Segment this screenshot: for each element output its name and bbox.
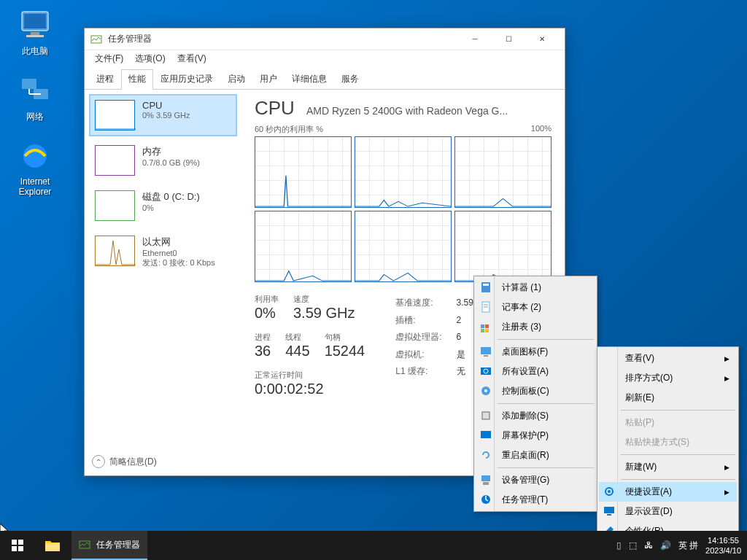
ctx-quick-settings[interactable]: 便捷设置(A)▶: [599, 482, 737, 502]
menu-control-panel[interactable]: 控制面板(C): [476, 381, 595, 401]
tab-services[interactable]: 服务: [334, 69, 366, 89]
ctx-paste: 粘贴(P): [599, 413, 737, 432]
network-icon: [19, 76, 51, 105]
chevron-up-icon: ⌃: [92, 455, 105, 468]
svg-rect-27: [481, 475, 490, 481]
svg-rect-28: [483, 482, 489, 485]
cpu-graphs: [255, 136, 551, 282]
tab-app-history[interactable]: 应用历史记录: [153, 69, 220, 89]
tab-performance[interactable]: 性能: [121, 69, 153, 90]
system-tray: ▯ ⬚ 🖧 🔊 英 拼 14:16:55 2023/4/10: [616, 535, 747, 556]
menubar: 文件(F) 选项(O) 查看(V): [85, 50, 565, 66]
tray-volume-icon[interactable]: 🔊: [660, 540, 671, 551]
svg-rect-20: [484, 355, 488, 357]
ctx-sort[interactable]: 排序方式(O)▶: [599, 368, 737, 388]
desktop-icon-ie[interactable]: Internet Explorer: [7, 139, 63, 197]
uptime: 0:00:02:52: [255, 381, 365, 397]
taskbar: 任务管理器 ▯ ⬚ 🖧 🔊 英 拼 14:16:55 2023/4/10: [0, 531, 747, 560]
cpu-graph-5[interactable]: [454, 211, 551, 282]
desktop-icon-network[interactable]: 网络: [7, 73, 63, 123]
titlebar[interactable]: 任务管理器 ─ ☐ ✕: [85, 28, 565, 50]
graph-label-left: 60 秒内的利用率 %: [255, 124, 323, 135]
svg-rect-19: [481, 347, 491, 354]
file-explorer-button[interactable]: [35, 531, 70, 560]
menu-screensaver[interactable]: 屏幕保护(P): [476, 426, 595, 446]
svg-rect-33: [607, 514, 611, 516]
windows-icon: [12, 540, 23, 551]
tab-processes[interactable]: 进程: [89, 69, 121, 89]
tab-details[interactable]: 详细信息: [285, 69, 334, 89]
menu-desktop-icons[interactable]: 桌面图标(F): [476, 342, 595, 362]
svg-rect-9: [91, 36, 101, 43]
svg-rect-37: [18, 546, 23, 551]
svg-rect-36: [12, 546, 17, 551]
graph-label-right: 100%: [531, 124, 551, 135]
tray-network-icon[interactable]: 🖧: [644, 540, 653, 551]
cpu-util: 0%: [255, 305, 279, 322]
svg-rect-35: [18, 540, 23, 545]
tab-startup[interactable]: 启动: [220, 69, 252, 89]
svg-rect-16: [481, 329, 484, 332]
cpu-graph-2[interactable]: [454, 136, 551, 208]
handles: 15244: [325, 343, 365, 359]
svg-rect-25: [482, 412, 489, 419]
taskbar-task-manager[interactable]: 任务管理器: [71, 531, 147, 560]
svg-rect-15: [481, 324, 484, 328]
svg-rect-17: [485, 324, 489, 328]
ctx-display[interactable]: 显示设置(D): [599, 502, 737, 521]
taskmgr-icon: [79, 539, 90, 551]
ctx-paste-shortcut: 粘贴快捷方式(S): [599, 432, 737, 452]
ime-indicator[interactable]: 英 拼: [678, 540, 698, 552]
cpu-graph-4[interactable]: [355, 211, 452, 282]
tray-action-center-icon[interactable]: ⬚: [629, 540, 637, 551]
side-memory[interactable]: 内存0.7/8.0 GB (9%): [89, 139, 237, 182]
side-ethernet[interactable]: 以太网Ethernet0发送: 0 接收: 0 Kbps: [89, 230, 237, 274]
cpu-model: AMD Ryzen 5 2400G with Radeon Vega G...: [306, 105, 508, 117]
cpu-graph-3[interactable]: [255, 211, 352, 282]
app-icon: [90, 34, 102, 45]
fewer-details-link[interactable]: ⌃ 简略信息(D): [92, 455, 157, 468]
svg-rect-2: [31, 32, 39, 35]
minimize-button[interactable]: ─: [458, 28, 492, 50]
side-cpu[interactable]: CPU0% 3.59 GHz: [89, 94, 237, 136]
clock[interactable]: 14:16:55 2023/4/10: [705, 535, 741, 556]
menu-notepad[interactable]: 记事本 (2): [476, 298, 595, 317]
svg-rect-3: [26, 35, 44, 37]
menu-options[interactable]: 选项(O): [129, 51, 171, 66]
desktop-icon-computer[interactable]: 此电脑: [7, 7, 63, 58]
menu-all-settings[interactable]: 所有设置(A): [476, 362, 595, 381]
cpu-graph-1[interactable]: [355, 136, 452, 208]
desktop-context-menu: 查看(V)▶ 排序方式(O)▶ 刷新(E) 粘贴(P) 粘贴快捷方式(S) 新建…: [597, 346, 739, 543]
close-button[interactable]: ✕: [525, 28, 559, 50]
svg-point-8: [23, 144, 47, 168]
menu-task-mgr[interactable]: 任务管理(T): [476, 490, 595, 510]
tab-users[interactable]: 用户: [252, 69, 285, 89]
maximize-button[interactable]: ☐: [492, 28, 525, 50]
ctx-new[interactable]: 新建(W)▶: [599, 457, 737, 477]
ctx-refresh[interactable]: 刷新(E): [599, 388, 737, 408]
start-button[interactable]: [0, 531, 35, 560]
menu-file[interactable]: 文件(F): [89, 51, 129, 66]
svg-rect-11: [483, 284, 489, 286]
svg-rect-26: [481, 431, 491, 438]
menu-device-mgr[interactable]: 设备管理(G): [476, 470, 595, 490]
menu-calculator[interactable]: 计算器 (1): [476, 278, 595, 298]
window-title: 任务管理器: [108, 33, 458, 45]
svg-rect-4: [22, 79, 36, 89]
cpu-title: CPU: [255, 97, 295, 120]
menu-restart-desktop[interactable]: 重启桌面(R): [476, 446, 595, 465]
processes: 36: [255, 343, 271, 359]
tray-battery-icon[interactable]: ▯: [616, 540, 622, 551]
menu-registry[interactable]: 注册表 (3): [476, 317, 595, 337]
menu-add-remove[interactable]: 添加删除(S): [476, 406, 595, 426]
ie-icon: [19, 140, 51, 172]
svg-point-24: [484, 389, 487, 392]
folder-icon: [45, 540, 60, 551]
side-disk[interactable]: 磁盘 0 (C: D:)0%: [89, 184, 237, 227]
cpu-graph-0[interactable]: [255, 136, 352, 208]
ctx-view[interactable]: 查看(V)▶: [599, 349, 737, 368]
tabs: 进程 性能 应用历史记录 启动 用户 详细信息 服务: [85, 69, 565, 90]
menu-view[interactable]: 查看(V): [171, 51, 212, 66]
svg-rect-34: [12, 540, 17, 545]
cpu-speed: 3.59 GHz: [293, 305, 355, 322]
